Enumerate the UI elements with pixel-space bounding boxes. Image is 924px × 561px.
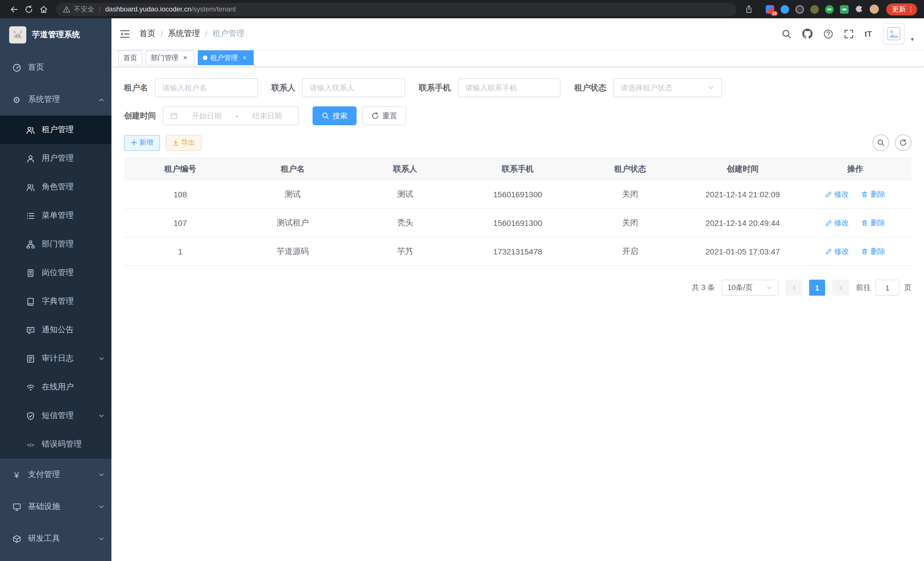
- sidebar-item-label: 在线用户: [42, 382, 74, 392]
- search-button[interactable]: 搜索: [313, 106, 357, 125]
- add-button[interactable]: 新增: [124, 135, 160, 151]
- sidebar-item-label: 通知公告: [42, 325, 74, 335]
- sidebar-item[interactable]: 字典管理: [0, 287, 111, 316]
- date-separator: -: [236, 111, 238, 120]
- extension-icon-4[interactable]: [810, 5, 819, 14]
- breadcrumb: 首页 / 系统管理 / 租户管理 /: [140, 29, 244, 39]
- home-icon[interactable]: [37, 2, 50, 16]
- toolbar-right: [873, 134, 911, 151]
- font-size-icon[interactable]: tT: [865, 30, 872, 38]
- reset-button[interactable]: 重置: [362, 106, 406, 125]
- extension-icon-1[interactable]: 10: [766, 5, 774, 14]
- security-warning-icon[interactable]: [63, 5, 70, 13]
- create-time-range[interactable]: 开始日期 - 结束日期: [163, 106, 299, 125]
- address-bar[interactable]: 不安全 dashboard.yudao.iocoder.cn/system/te…: [56, 3, 736, 16]
- sidebar-item[interactable]: 在线用户: [0, 373, 111, 402]
- extension-icon-6[interactable]: [840, 5, 849, 14]
- view-tab[interactable]: 部门管理 ×: [146, 50, 194, 65]
- trash-icon: [861, 248, 868, 255]
- sidebar-item[interactable]: 角色管理: [0, 173, 111, 201]
- page-size-select[interactable]: 10条/页: [722, 280, 778, 296]
- app-logo[interactable]: 芋道管理系统: [0, 18, 111, 51]
- sidebar-item[interactable]: 部门管理: [0, 230, 111, 259]
- breadcrumb-item[interactable]: 首页 /: [140, 29, 168, 39]
- date-start-placeholder: 开始日期: [182, 111, 231, 121]
- breadcrumb-separator: /: [205, 29, 207, 38]
- sidebar-item[interactable]: 菜单管理: [0, 201, 111, 230]
- sidebar-item-label: 租户管理: [42, 125, 74, 135]
- delete-button[interactable]: 删除: [861, 189, 885, 199]
- toggle-search-button[interactable]: [873, 134, 889, 151]
- sidebar-item[interactable]: 租户管理: [0, 116, 111, 144]
- cell-status: 开启: [574, 237, 687, 266]
- breadcrumb-item[interactable]: 系统管理 /: [168, 29, 213, 39]
- view-tab[interactable]: 首页: [118, 50, 142, 65]
- search-icon[interactable]: [782, 29, 791, 39]
- close-icon[interactable]: ×: [241, 54, 249, 62]
- page-number-button[interactable]: 1: [809, 280, 825, 296]
- prev-page-button[interactable]: [785, 280, 802, 296]
- sidebar-item[interactable]: ¥ 支付管理: [0, 459, 111, 491]
- status-placeholder: 请选择租户状态: [621, 83, 673, 93]
- status-label: 租户状态: [574, 83, 606, 93]
- page-size-value: 10条/页: [728, 283, 753, 293]
- sidebar-item[interactable]: 基础设施: [0, 491, 111, 523]
- reset-button-label: 重置: [382, 111, 397, 121]
- security-warning-label: 不安全: [74, 4, 94, 14]
- delete-button[interactable]: 删除: [861, 246, 885, 256]
- help-icon[interactable]: [824, 29, 833, 39]
- browser-profile-avatar[interactable]: [870, 5, 879, 14]
- breadcrumb-item[interactable]: 租户管理 /: [213, 29, 244, 39]
- extensions-puzzle-icon[interactable]: [855, 5, 863, 14]
- update-button[interactable]: 更新 ⋮: [886, 3, 917, 15]
- browser-menu-icon[interactable]: ⋮: [908, 6, 914, 13]
- close-icon[interactable]: ×: [181, 54, 189, 62]
- fullscreen-icon[interactable]: [844, 29, 854, 39]
- contact-input[interactable]: [302, 78, 405, 97]
- column-header: 联系手机: [461, 158, 574, 180]
- sidebar-item[interactable]: 研发工具: [0, 523, 111, 555]
- github-icon[interactable]: [802, 29, 813, 39]
- share-icon[interactable]: [745, 5, 753, 14]
- user-avatar[interactable]: [883, 23, 904, 45]
- refresh-button[interactable]: [895, 134, 911, 151]
- sidebar-item[interactable]: 首页: [0, 51, 111, 83]
- tenant-status-select[interactable]: 请选择租户状态: [613, 78, 722, 97]
- sidebar-item-label: 用户管理: [42, 153, 74, 164]
- pencil-icon: [825, 248, 832, 255]
- sidebar-item-label: 菜单管理: [42, 211, 74, 221]
- update-button-label: 更新: [892, 4, 906, 14]
- cell-actions: 修改 删除: [799, 208, 911, 237]
- tenant-name-input[interactable]: [155, 78, 258, 97]
- sidebar-item[interactable]: </> 错误码管理: [0, 430, 111, 459]
- back-icon[interactable]: [7, 2, 21, 16]
- reload-icon[interactable]: [22, 2, 35, 16]
- sidebar-item-label: 角色管理: [42, 182, 74, 192]
- phone-input[interactable]: [458, 78, 561, 97]
- goto-page-input[interactable]: [875, 280, 899, 296]
- sidebar-item[interactable]: 审计日志: [0, 344, 111, 373]
- sidebar-item[interactable]: 岗位管理: [0, 259, 111, 287]
- create-time-label: 创建时间: [124, 111, 156, 121]
- view-tab[interactable]: 租户管理 ×: [198, 50, 254, 65]
- extension-icon-2[interactable]: [781, 5, 789, 14]
- avatar-caret-icon[interactable]: ▾: [911, 37, 914, 45]
- export-button[interactable]: 导出: [166, 135, 202, 151]
- sidebar-item[interactable]: 通知公告: [0, 316, 111, 344]
- extension-icon-5[interactable]: [825, 5, 834, 14]
- cell-actions: 修改 删除: [799, 180, 911, 208]
- sidebar-item[interactable]: 短信管理: [0, 402, 111, 430]
- sidebar-item[interactable]: ⚙ 系统管理: [0, 83, 111, 116]
- edit-button[interactable]: 修改: [825, 246, 849, 256]
- delete-button[interactable]: 删除: [861, 218, 885, 228]
- sidebar-collapse-icon[interactable]: [119, 29, 130, 39]
- edit-button[interactable]: 修改: [825, 218, 849, 228]
- edit-button[interactable]: 修改: [825, 189, 849, 199]
- next-page-button[interactable]: [832, 280, 849, 296]
- sidebar-item[interactable]: 用户管理: [0, 144, 111, 173]
- column-header: 操作: [799, 158, 911, 180]
- delete-label: 删除: [871, 218, 885, 228]
- cube-icon: [11, 534, 22, 544]
- extension-icon-3[interactable]: [795, 5, 804, 14]
- cell-tenant-name: 测试租户: [237, 208, 349, 237]
